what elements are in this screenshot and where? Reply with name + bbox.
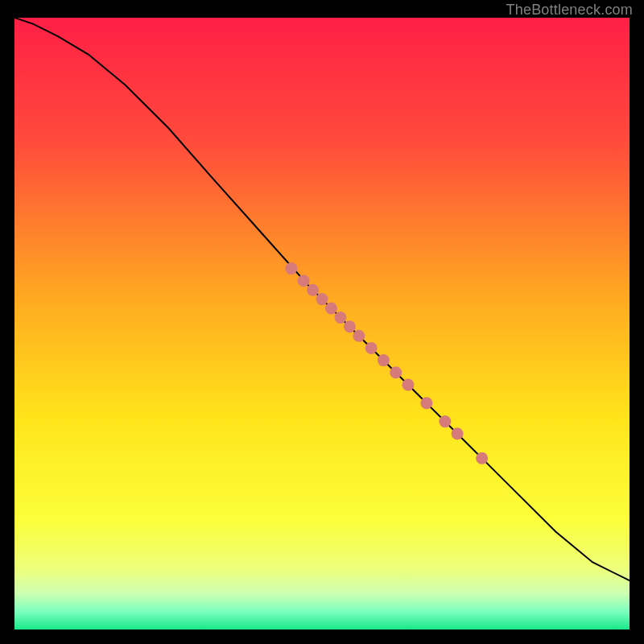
- data-marker: [298, 275, 310, 287]
- data-marker: [452, 427, 464, 440]
- data-marker: [316, 293, 328, 305]
- data-marker: [325, 303, 337, 315]
- data-marker: [476, 452, 488, 464]
- data-marker: [353, 330, 365, 342]
- data-marker: [402, 379, 414, 391]
- data-marker: [307, 284, 319, 296]
- plot-area: [14, 18, 630, 630]
- data-marker: [378, 354, 390, 366]
- data-marker: [334, 312, 346, 324]
- data-marker: [439, 415, 451, 427]
- chart-frame: TheBottleneck.com: [0, 0, 644, 644]
- data-marker: [344, 320, 356, 332]
- attribution-label: TheBottleneck.com: [506, 2, 633, 19]
- chart-svg: [14, 18, 630, 630]
- data-marker: [365, 342, 378, 354]
- data-marker: [420, 397, 432, 409]
- data-marker: [285, 262, 297, 275]
- gradient-background: [14, 18, 630, 630]
- data-marker: [390, 366, 402, 378]
